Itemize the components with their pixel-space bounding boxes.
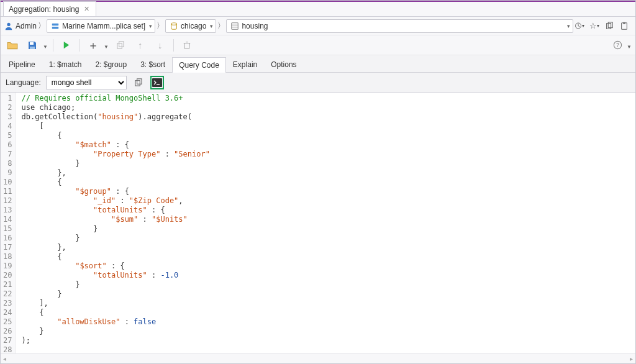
line-gutter: 1234567891011121314151617181920212223242… [1,93,16,353]
tab-pipeline[interactable]: Pipeline [2,57,42,72]
duplicate-icon[interactable] [112,37,129,53]
tab-3-sort[interactable]: 3: $sort [134,57,172,72]
copy-icon[interactable] [604,21,614,31]
collection-label: housing [242,22,268,30]
svg-point-3 [171,22,177,25]
tab-1-match[interactable]: 1: $match [42,57,89,72]
help-icon[interactable]: ? [609,37,625,53]
breadcrumb-bar: Admin 〉 Marine Mamm...plica set] ▾ 〉 chi… [1,17,635,35]
database-icon [170,22,178,30]
svg-rect-11 [623,22,625,24]
svg-rect-15 [119,42,124,47]
tab-explain[interactable]: Explain [226,57,264,72]
window-tab-title: Aggregation: housing [9,5,79,14]
folder-open-icon[interactable] [4,37,20,53]
server-icon [51,22,60,30]
chevron-down-icon: ▾ [566,23,570,29]
crumb-sep-icon: 〉 [217,20,225,31]
open-shell-icon[interactable] [150,76,164,89]
scroll-left-icon[interactable]: ◂ [3,355,6,362]
dropdown-icon[interactable]: ▼ [43,40,48,50]
language-bar: Language: mongo shell [1,73,635,93]
collection-crumb[interactable]: housing ▾ [226,19,573,33]
collection-icon [230,22,239,30]
crumb-sep-icon: 〉 [38,20,45,31]
tab-options[interactable]: Options [264,57,303,72]
code-area[interactable]: // Requires official MongoShell 3.6+use … [16,93,635,353]
database-crumb[interactable]: chicago ▾ [165,19,216,33]
chevron-down-icon: ▾ [209,23,213,29]
add-icon[interactable]: ＋ [85,37,101,53]
save-icon[interactable] [24,37,40,53]
dropdown-icon[interactable]: ▼ [627,40,632,50]
paste-icon[interactable] [619,21,629,31]
code-editor[interactable]: 1234567891011121314151617181920212223242… [1,93,635,353]
svg-text:?: ? [616,42,619,48]
chevron-down-icon: ▾ [148,23,152,29]
close-icon[interactable]: ✕ [83,5,91,13]
star-icon[interactable]: ☆▾ [589,21,599,31]
run-icon[interactable] [58,37,75,53]
trash-icon[interactable] [179,37,195,53]
svg-rect-18 [135,81,140,86]
database-label: chicago [181,22,206,30]
language-label: Language: [6,78,41,87]
language-select[interactable]: mongo shell [46,76,127,89]
user-label: Admin [16,22,37,30]
server-label: Marine Mamm...plica set] [62,22,145,30]
tab-2-group[interactable]: 2: $group [88,57,134,72]
arrow-up-icon[interactable]: ↑ [132,37,148,53]
copy-code-icon[interactable] [132,76,145,89]
svg-rect-13 [30,47,35,49]
aggregation-tabs: Pipeline1: $match2: $group3: $sortQuery … [1,55,635,73]
svg-rect-19 [137,79,142,84]
svg-rect-12 [30,42,34,45]
scroll-right-icon[interactable]: ▸ [630,355,633,362]
svg-rect-2 [52,26,59,29]
svg-rect-14 [117,43,122,48]
tab-query-code[interactable]: Query Code [172,57,226,73]
crumb-sep-icon: 〉 [157,20,164,31]
server-crumb[interactable]: Marine Mamm...plica set] ▾ [47,19,155,33]
svg-rect-20 [152,78,162,87]
user-icon [4,22,13,30]
history-icon[interactable]: ▾ [575,21,584,31]
user-crumb[interactable]: Admin [4,22,37,30]
main-toolbar: ▼ ＋▼ ↑ ↓ ?▼ [1,35,635,55]
nav-right-tools: ▾ ☆▾ [575,21,632,31]
horizontal-scrollbar[interactable]: ◂ ▸ [1,353,635,363]
window-tab-bar: Aggregation: housing ✕ [1,1,635,17]
svg-rect-1 [52,23,59,25]
arrow-down-icon[interactable]: ↓ [152,37,168,53]
dropdown-icon[interactable]: ▼ [104,40,109,50]
window-tab[interactable]: Aggregation: housing ✕ [3,1,96,16]
svg-point-0 [7,22,10,25]
svg-rect-4 [232,22,238,29]
